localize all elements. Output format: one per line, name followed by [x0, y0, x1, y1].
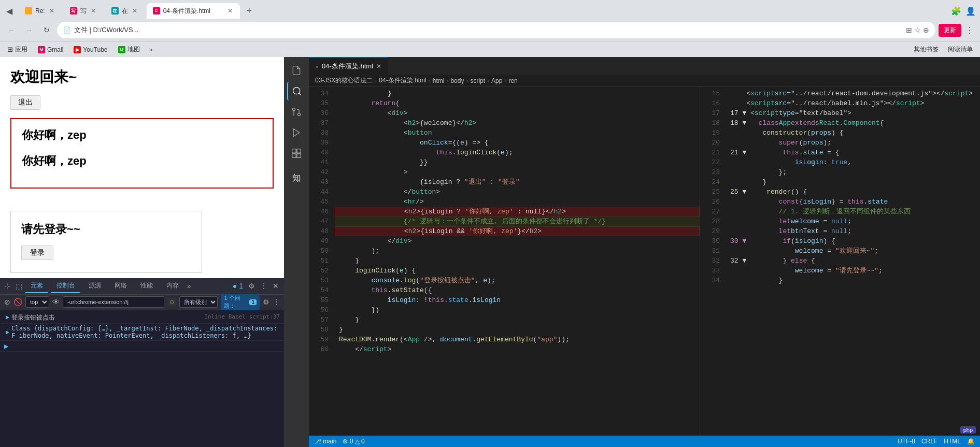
issue-count: 1: [249, 299, 257, 305]
devtools-position-dropdown[interactable]: top: [25, 296, 49, 308]
breadcrumb-item-5[interactable]: script: [470, 77, 485, 84]
devtools-gear-icon[interactable]: ⚙: [263, 298, 269, 306]
browser-tab-4-active[interactable]: C 04-条件渲染.html ✕: [147, 3, 240, 19]
browser-tab-1[interactable]: Re: ✕: [19, 3, 62, 19]
devtools-clear-icon[interactable]: 🚫: [13, 298, 22, 306]
devtools-run-icon[interactable]: ⊘: [4, 298, 10, 306]
bookmark-star-icon[interactable]: ☆: [914, 26, 921, 34]
reload-button[interactable]: ↻: [39, 23, 54, 37]
rcode-line-28: let welcome = null;: [726, 217, 980, 226]
devtools-more-tabs-icon[interactable]: »: [187, 282, 191, 290]
extensions-addr-icon[interactable]: ⊕: [923, 26, 929, 34]
reading-list[interactable]: 阅读清单: [945, 44, 976, 55]
vscode-main: ⬦ 04-条件渲染.html ✕ 03-JSX的核心语法二 › 04-条件渲染.…: [309, 57, 980, 447]
vscode-tab-close[interactable]: ✕: [376, 63, 381, 70]
devtools-device-icon[interactable]: ⬚: [16, 282, 22, 290]
status-feedback[interactable]: 🔔: [967, 438, 975, 445]
devtools-tab-memory[interactable]: 内存: [161, 279, 184, 293]
console-arrow-right[interactable]: ▶: [4, 342, 8, 350]
vscode-tab-file[interactable]: ⬦ 04-条件渲染.html ✕: [309, 57, 388, 75]
browser-tab-3[interactable]: 在 在 ✕: [105, 3, 145, 19]
sidebar-icon-git[interactable]: [287, 103, 306, 121]
new-tab-button[interactable]: +: [242, 4, 257, 18]
bookmarks-right: 其他书签 阅读清单: [911, 44, 976, 55]
code-line-60: </script>: [335, 344, 700, 354]
other-bookmarks[interactable]: 其他书签: [911, 44, 942, 55]
devtools-level-dropdown[interactable]: 所有级别: [179, 296, 218, 308]
status-language[interactable]: HTML: [944, 438, 961, 445]
hello-text-1: 你好啊，zep: [22, 127, 262, 143]
bookmark-gmail[interactable]: M Gmail: [35, 45, 66, 54]
devtools-vertical-dots-icon[interactable]: ⋮: [259, 281, 268, 291]
filter-pill: ⊙: [167, 298, 176, 306]
breadcrumb-item-3[interactable]: html: [433, 77, 445, 84]
line-num-42: 42: [309, 167, 329, 177]
sidebar-icon-zhi[interactable]: 知: [287, 169, 306, 188]
line-num-34: 34: [309, 89, 329, 98]
expand-arrow-2[interactable]: ▶: [6, 328, 9, 336]
devtools-tab-elements[interactable]: 元素: [25, 279, 48, 293]
vscode-status-bar: ⎇ main ⊗ 0 △ 0 UTF-8 CRLF HTML 🔔: [309, 436, 980, 447]
code-line-57: }: [335, 315, 700, 325]
code-content-right: <script src="../react/react-dom.developm…: [726, 86, 980, 436]
bookmark-apps[interactable]: ⊞ 应用: [4, 44, 31, 55]
devtools-tab-performance[interactable]: 性能: [135, 279, 158, 293]
left-browser-panel: 欢迎回来~ 退出 你好啊，zep 你好啊，zep 请先登录~~ 登录 ⊹ ⬚ 元…: [0, 57, 284, 447]
rcode-line-15: <script src="../react/react-dom.developm…: [726, 89, 980, 98]
code-area: 34 35 36 37 38 39 40 41 42 43 44 45 46 4…: [309, 86, 980, 436]
vscode-sidebar: 知: [284, 57, 309, 447]
devtools-sub-more-icon[interactable]: ⋮: [273, 298, 280, 306]
login-button[interactable]: 登录: [21, 246, 53, 260]
tab3-close[interactable]: ✕: [131, 6, 138, 16]
rcode-line-16: <script src="../react/babel.min.js"></sc…: [726, 98, 980, 108]
devtools-close-icon[interactable]: ✕: [272, 281, 280, 291]
sidebar-icon-debug[interactable]: [287, 123, 306, 142]
tab4-close[interactable]: ✕: [226, 6, 234, 16]
bookmark-maps[interactable]: M 地图: [115, 44, 143, 55]
devtools-tab-sources[interactable]: 源源: [83, 279, 106, 293]
status-git-branch[interactable]: ⎇ main: [314, 438, 336, 445]
profile-icon[interactable]: 👤: [965, 6, 976, 16]
line-num-39: 39: [309, 138, 329, 148]
more-options-button[interactable]: ⋮: [963, 24, 976, 36]
back-button[interactable]: ←: [4, 23, 19, 37]
sidebar-icon-search[interactable]: [287, 82, 306, 100]
status-line-ending[interactable]: CRLF: [921, 438, 938, 445]
rcode-line-21: 21 ▼ this.state = {: [726, 148, 980, 157]
logout-button[interactable]: 退出: [10, 95, 40, 110]
tab1-label: Re:: [35, 7, 45, 15]
sidebar-icon-extensions[interactable]: [287, 144, 306, 163]
breadcrumb-item-1[interactable]: 03-JSX的核心语法二: [315, 76, 373, 85]
back-icon[interactable]: ◀: [4, 6, 15, 16]
breadcrumb-item-6[interactable]: App: [491, 77, 502, 84]
translate-icon[interactable]: ⊞: [906, 26, 912, 34]
devtools-cursor-icon[interactable]: ⊹: [4, 282, 10, 290]
expand-arrow-1[interactable]: ▶: [6, 313, 9, 321]
extensions-icon[interactable]: 🧩: [951, 6, 961, 16]
update-button[interactable]: 更新: [939, 24, 961, 37]
devtools-tab-console[interactable]: 控制台: [51, 279, 80, 293]
line-num-59: 59: [309, 335, 329, 344]
devtools-filter-input[interactable]: [63, 296, 164, 308]
devtools-tab-network[interactable]: 网络: [109, 279, 132, 293]
sidebar-icon-files[interactable]: [287, 61, 306, 80]
devtools-eye-icon[interactable]: 👁: [52, 298, 60, 306]
status-encoding[interactable]: UTF-8: [898, 438, 915, 445]
breadcrumb-item-2[interactable]: 04-条件渲染.html: [379, 76, 426, 85]
address-bar-input[interactable]: 📄 文件 | D:/CWork/VS... ⊞ ☆ ⊕: [57, 22, 935, 38]
rcode-line-26: const {isLogin} = this.state: [726, 197, 980, 207]
tab3-label: 在: [122, 7, 128, 16]
tab1-close[interactable]: ✕: [48, 6, 55, 16]
console-line-1: ▶ 登录按钮被点击 Inline Babel script:37: [0, 312, 284, 324]
rline-num-29: 29: [700, 226, 720, 236]
devtools-settings-icon[interactable]: ⚙: [247, 281, 256, 291]
browser-tab-2[interactable]: 写 写 ✕: [64, 3, 103, 19]
status-errors[interactable]: ⊗ 0 △ 0: [343, 438, 364, 445]
bookmark-youtube[interactable]: ▶ YouTube: [70, 45, 110, 54]
breadcrumb-item-4[interactable]: body: [450, 77, 464, 84]
tab2-close[interactable]: ✕: [90, 6, 97, 16]
bookmarks-more-button[interactable]: »: [147, 45, 155, 54]
right-vscode-panel: 知 ⬦ 04-条件渲染.html ✕ 03-JSX的核心语法二 › 04-条件渲…: [284, 57, 980, 447]
forward-button[interactable]: →: [22, 23, 36, 37]
breadcrumb-item-7[interactable]: ren: [508, 77, 517, 84]
